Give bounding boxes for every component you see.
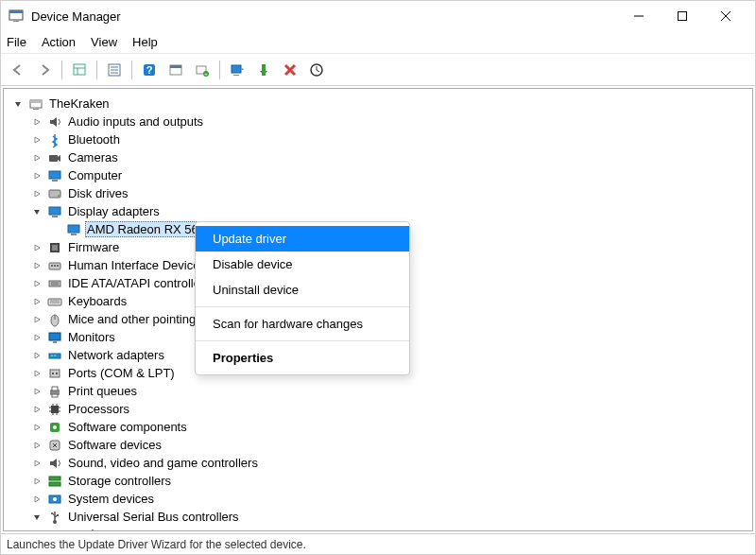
toolbar: ? + xyxy=(1,54,755,86)
tree-root[interactable]: TheKraken xyxy=(8,95,748,113)
disk-icon xyxy=(47,186,62,201)
tree-category[interactable]: Print queues xyxy=(8,382,748,400)
context-item[interactable]: Scan for hardware changes xyxy=(196,311,409,337)
expand-icon[interactable] xyxy=(30,187,43,200)
svg-point-86 xyxy=(89,530,91,532)
svg-rect-2 xyxy=(13,21,19,22)
sys-icon xyxy=(47,492,62,507)
menubar: File Action View Help xyxy=(1,31,755,54)
tree-item-label: Software devices xyxy=(66,438,163,452)
forward-button[interactable] xyxy=(33,59,56,81)
menu-file[interactable]: File xyxy=(7,35,26,49)
svg-text:+: + xyxy=(204,71,208,77)
tree-category[interactable]: Software components xyxy=(8,418,748,436)
expand-icon[interactable] xyxy=(30,349,43,362)
context-item[interactable]: Uninstall device xyxy=(196,277,409,303)
close-button[interactable] xyxy=(704,2,747,30)
tree-category[interactable]: Disk drives xyxy=(8,184,748,202)
tree-category[interactable]: Universal Serial Bus controllers xyxy=(8,508,748,526)
expand-icon[interactable] xyxy=(30,259,43,272)
context-item[interactable]: Update driver xyxy=(196,226,409,251)
tree-category[interactable]: Audio inputs and outputs xyxy=(8,113,748,130)
help-button[interactable]: ? xyxy=(138,59,161,81)
expand-icon[interactable] xyxy=(30,151,43,165)
mouse-icon xyxy=(47,312,62,327)
tree-category[interactable]: Software devices xyxy=(8,436,748,454)
svg-point-82 xyxy=(51,512,53,514)
cam-icon xyxy=(47,150,62,165)
collapse-icon[interactable] xyxy=(30,205,43,218)
expand-icon[interactable] xyxy=(30,421,43,434)
context-item[interactable]: Properties xyxy=(196,345,409,371)
tree-category[interactable]: Sound, video and game controllers xyxy=(8,454,748,472)
svg-rect-45 xyxy=(49,281,60,286)
show-hide-tree-button[interactable] xyxy=(68,59,91,81)
maximize-button[interactable] xyxy=(661,2,704,30)
svg-rect-28 xyxy=(30,100,42,103)
separator xyxy=(96,61,97,79)
expand-icon[interactable] xyxy=(30,277,43,290)
minimize-button[interactable] xyxy=(617,2,661,30)
tree-item-label: Processors xyxy=(66,402,131,416)
swc-icon xyxy=(47,420,62,435)
context-item[interactable]: Disable device xyxy=(196,251,409,277)
tree-category[interactable]: Cameras xyxy=(8,148,748,166)
tree-category[interactable]: Bluetooth xyxy=(8,130,748,148)
expand-icon[interactable] xyxy=(30,403,43,416)
collapse-icon[interactable] xyxy=(11,97,25,111)
tree-item-label: Firmware xyxy=(66,240,121,254)
update-driver-button[interactable] xyxy=(226,59,249,81)
expand-icon[interactable] xyxy=(30,475,43,488)
expand-icon[interactable] xyxy=(30,331,43,344)
separator xyxy=(219,61,220,79)
scan-hardware-button[interactable]: + xyxy=(191,59,214,81)
tree-category[interactable]: Computer xyxy=(8,166,748,184)
tree-category[interactable]: Storage controllers xyxy=(8,472,748,490)
svg-point-57 xyxy=(54,355,56,356)
expand-icon[interactable] xyxy=(30,115,43,129)
expand-icon[interactable] xyxy=(30,367,43,380)
fw-icon xyxy=(47,240,62,255)
refresh-button[interactable] xyxy=(305,59,328,81)
context-menu: Update driverDisable deviceUninstall dev… xyxy=(195,221,410,375)
tree-item-label: Keyboards xyxy=(66,294,129,308)
device-tree[interactable]: TheKrakenAudio inputs and outputsBluetoo… xyxy=(3,88,753,531)
expand-icon[interactable] xyxy=(30,313,43,326)
tree-category[interactable]: Display adapters xyxy=(8,202,748,220)
expand-icon[interactable] xyxy=(30,493,43,506)
menu-help[interactable]: Help xyxy=(132,35,158,49)
expand-icon[interactable] xyxy=(30,295,43,308)
properties-button[interactable] xyxy=(103,59,126,81)
expand-icon[interactable] xyxy=(30,169,43,182)
svg-rect-77 xyxy=(49,482,60,486)
tree-item-label: Software components xyxy=(66,420,189,434)
menu-view[interactable]: View xyxy=(91,35,117,49)
action-button[interactable] xyxy=(164,59,187,81)
uninstall-button[interactable] xyxy=(279,59,301,81)
expand-icon[interactable] xyxy=(30,457,43,470)
menu-action[interactable]: Action xyxy=(42,35,76,49)
app-icon xyxy=(9,9,24,24)
tree-item-label: Mice and other pointing xyxy=(66,312,198,326)
disable-button[interactable] xyxy=(252,59,275,81)
expand-icon[interactable] xyxy=(30,439,43,452)
tree-item-label: System devices xyxy=(66,492,156,506)
svg-text:?: ? xyxy=(146,64,153,76)
tree-category[interactable]: System devices xyxy=(8,490,748,508)
svg-rect-17 xyxy=(170,65,181,68)
svg-rect-42 xyxy=(51,265,53,267)
svg-rect-54 xyxy=(53,341,57,343)
titlebar: Device Manager xyxy=(1,1,755,31)
svg-rect-31 xyxy=(49,171,60,179)
separator xyxy=(131,61,132,79)
tree-item-label: TheKraken xyxy=(47,96,112,111)
expand-icon[interactable] xyxy=(30,133,43,147)
collapse-icon[interactable] xyxy=(30,511,43,524)
expand-icon[interactable] xyxy=(30,241,43,254)
tree-device[interactable]: Generic USB Hub xyxy=(8,526,748,531)
back-button[interactable] xyxy=(7,59,29,81)
tree-item-label: Computer xyxy=(66,168,124,182)
expand-icon[interactable] xyxy=(30,385,43,398)
tree-category[interactable]: Processors xyxy=(8,400,748,418)
svg-point-56 xyxy=(51,355,53,356)
